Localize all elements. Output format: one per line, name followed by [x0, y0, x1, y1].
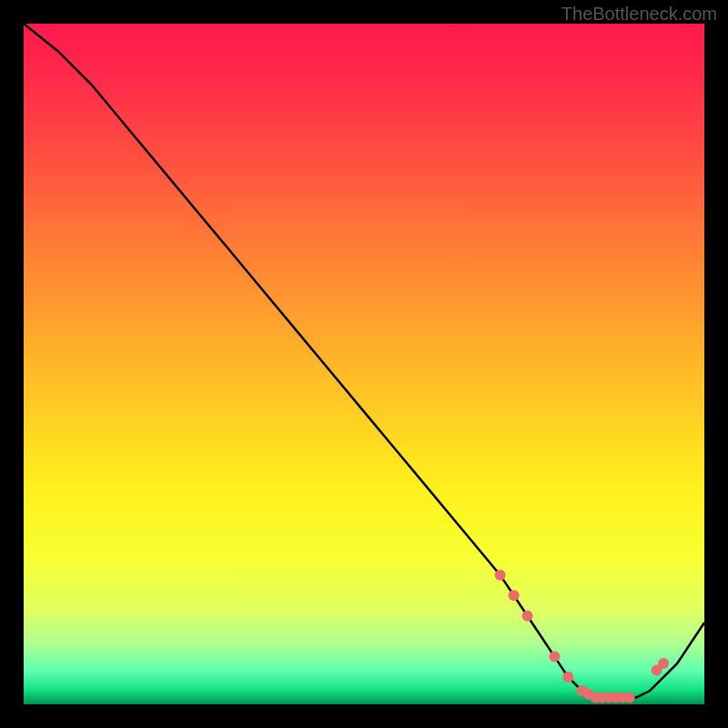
marker-dot	[624, 693, 635, 703]
watermark-text: TheBottleneck.com	[561, 4, 717, 25]
chart-container: TheBottleneck.com	[0, 0, 728, 728]
marker-dot	[522, 611, 533, 622]
marker-dot	[509, 590, 520, 601]
plot-area	[24, 24, 704, 704]
chart-svg	[24, 24, 704, 704]
marker-dot	[562, 672, 573, 682]
marker-dot	[658, 658, 669, 669]
highlight-markers	[495, 570, 670, 703]
bottleneck-curve	[24, 24, 704, 698]
marker-dot	[495, 570, 506, 581]
marker-dot	[549, 652, 560, 662]
